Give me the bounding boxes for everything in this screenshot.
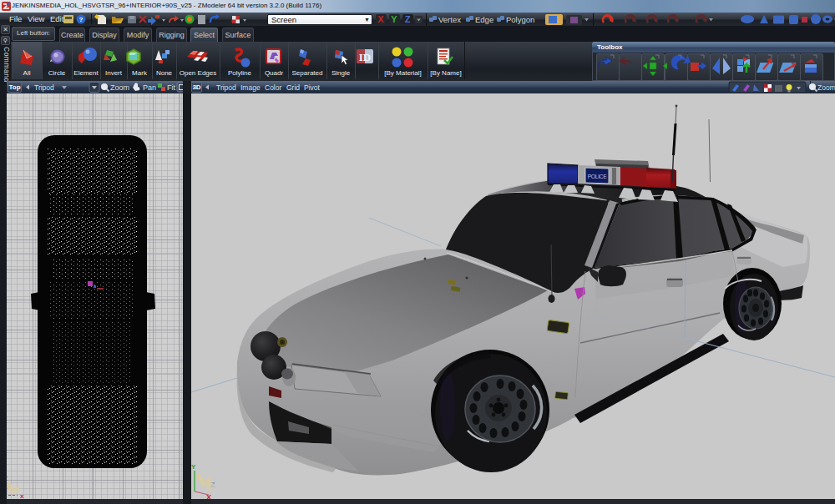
svg-text:Edge: Edge	[475, 15, 493, 24]
svg-text:ID: ID	[359, 51, 371, 63]
svg-text:Vertex: Vertex	[438, 15, 461, 24]
svg-text:Zoom: Zoom	[110, 83, 129, 92]
svg-text:Tripod: Tripod	[216, 83, 236, 92]
svg-text:X: X	[377, 14, 384, 24]
svg-text:Z: Z	[405, 14, 411, 24]
svg-text:Y: Y	[191, 463, 196, 471]
svg-text:Zoom: Zoom	[817, 83, 835, 92]
svg-text:Pivot: Pivot	[304, 83, 321, 92]
svg-text:?: ?	[79, 16, 84, 23]
svg-text:Image: Image	[240, 83, 261, 92]
svg-text:Grid: Grid	[286, 83, 300, 92]
svg-text:Z: Z	[7, 475, 8, 482]
svg-text:Color: Color	[265, 83, 281, 92]
svg-text:Y: Y	[391, 14, 397, 24]
svg-text:Fit: Fit	[167, 83, 175, 92]
svg-text:Polygon: Polygon	[506, 15, 534, 24]
svg-text:Pan: Pan	[143, 83, 156, 92]
svg-text:POLICE: POLICE	[588, 174, 607, 179]
svg-text:Tripod: Tripod	[34, 83, 54, 92]
